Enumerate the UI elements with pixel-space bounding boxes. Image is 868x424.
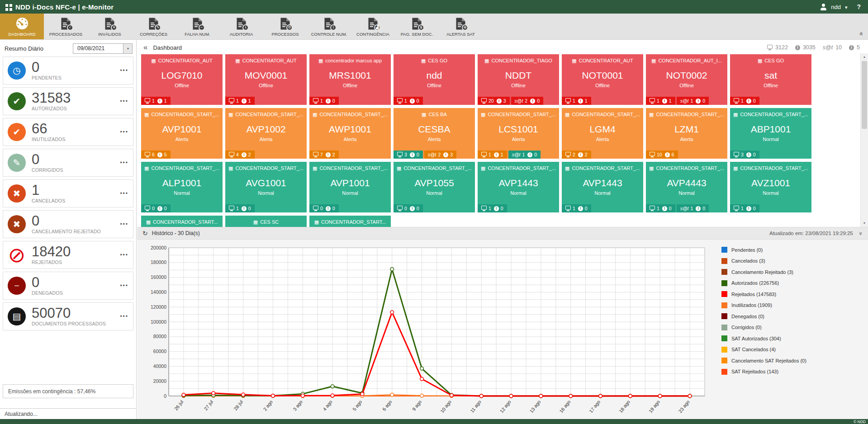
tile-group: CONCENTRADOR_START...	[309, 216, 391, 225]
concentrator-tile[interactable]: CONCENTRADOR_START_... AVP4443 Normal 1!…	[646, 162, 727, 212]
collapse-history-icon[interactable]	[858, 231, 864, 235]
concentrator-tile[interactable]: CONCENTRADOR_START_... AVP1443 Normal 1!…	[478, 162, 559, 212]
tile-code: AVP1001	[141, 124, 223, 135]
concentrator-tile[interactable]: CONCENTRADOR_START_... AVG1001 Normal 1!…	[225, 162, 307, 212]
concentrator-tile[interactable]: CONCENTRATOR_AUT LOG7010 Offline 1!1	[141, 54, 223, 105]
tile-badge: 1!0	[225, 204, 255, 212]
legend-item[interactable]: SAT Autorizados (304)	[721, 335, 806, 341]
tile-badge: 2!2	[562, 151, 591, 159]
toolbar-item[interactable]: i AUDITORIA	[219, 14, 263, 39]
legend-item[interactable]: Inutilizados (1909)	[721, 302, 806, 308]
refresh-icon[interactable]	[142, 230, 148, 237]
legend-swatch	[721, 313, 727, 319]
concentrator-tile[interactable]: concentrador marcus app MRS1001 Offline …	[309, 54, 391, 105]
card-menu-button[interactable]	[120, 67, 128, 74]
toolbar-item[interactable]: ⊘ ALERTAS SAT	[439, 14, 483, 39]
card-menu-button[interactable]	[120, 313, 128, 320]
help-icon[interactable]: ?	[857, 3, 861, 10]
scroll-up-icon[interactable]	[861, 53, 868, 61]
building-icon	[565, 112, 569, 117]
tiles-scrollbar[interactable]	[860, 53, 868, 227]
badge-count: 0	[537, 98, 540, 104]
toolbar-item[interactable]: $ PAG. SEM DOC.	[395, 14, 439, 39]
stat-text: 0 CORRIGIDOS	[32, 153, 63, 173]
toolbar-item[interactable]: − FALHA NUM.	[175, 14, 219, 39]
monitor-icon	[650, 98, 655, 102]
monitor-icon	[481, 152, 487, 156]
legend-item[interactable]: SAT Cancelados (4)	[721, 347, 806, 353]
legend-item[interactable]: Pendentes (0)	[721, 247, 806, 253]
scrollbar-thumb[interactable]	[862, 61, 867, 129]
concentrator-tile[interactable]: CONCENTRADOR_START...	[141, 216, 223, 227]
legend-item[interactable]: Autorizados (226756)	[721, 280, 806, 286]
card-menu-button[interactable]	[120, 252, 128, 258]
concentrator-tile[interactable]: CONCENTRADOR_START_... AWP1001 Alerta 7!…	[309, 108, 391, 159]
concentrator-tile[interactable]: CES SC	[225, 216, 307, 227]
legend-item[interactable]: Corrigidos (0)	[721, 325, 806, 330]
waffle-menu-icon[interactable]	[5, 4, 8, 7]
concentrator-tile[interactable]: CONCENTRADOR_START_... ALP1001 Normal 0!…	[141, 162, 223, 212]
concentrator-tile[interactable]: CONCENTRADOR_START...	[309, 216, 391, 227]
caret-down-icon[interactable]	[845, 4, 848, 10]
stat-text: 0 DENEGADOS	[32, 276, 63, 296]
concentrator-tile[interactable]: CONCENTRATOR_AUT MOV0001 Offline 1!1	[225, 54, 307, 105]
card-menu-button[interactable]	[120, 98, 128, 104]
concentrator-tile[interactable]: CONCENTRADOR_START_... ABP1001 Normal 3!…	[730, 108, 811, 159]
concentrator-tile[interactable]: CONCENTRADOR_START_... AVP1055 Normal 0!…	[394, 162, 475, 212]
tile-status: Normal	[730, 137, 811, 142]
date-value[interactable]: 09/08/2021	[73, 44, 123, 53]
stat-value: 66	[32, 122, 66, 136]
svg-text:26 jul: 26 jul	[173, 399, 185, 411]
collapse-toolbar-icon[interactable]	[858, 32, 865, 36]
toolbar-item[interactable]: ✓ PROCESSADOS	[44, 14, 88, 39]
tile-badge: s@t1!0	[508, 151, 541, 159]
doc-check-icon: ✓	[61, 17, 71, 30]
card-menu-button[interactable]	[120, 283, 128, 289]
collapse-sidebar-icon[interactable]	[143, 44, 147, 51]
scroll-down-icon[interactable]	[861, 220, 868, 227]
concentrator-tile[interactable]: CES GO sat Offline 1!0	[730, 54, 811, 105]
card-menu-button[interactable]	[120, 160, 128, 166]
summary-counters: 3122 ! 3035 s@t 10 ! 5	[767, 44, 862, 51]
toolbar-item[interactable]: ✕ INVÁLIDOS	[88, 14, 132, 39]
toolbar-item[interactable]: ⚙ PROCESSOS	[263, 14, 307, 39]
toolbar-item[interactable]: ▟ CONTINGÊNCIA	[351, 14, 395, 39]
tile-status: Normal	[478, 190, 559, 196]
concentrator-tile[interactable]: CONCENTRADOR_START_... LCS1001 Alerta 1!…	[478, 108, 559, 159]
concentrator-tile[interactable]: CONCENTRATOR_AUT NOT0001 Offline 1!1	[562, 54, 643, 105]
concentrator-tile[interactable]: CONCENTRADOR_START_... AVP1443 Normal 1!…	[562, 162, 643, 212]
tile-group: CONCENTRADOR_START_...	[646, 162, 727, 171]
legend-item[interactable]: Cancelados (3)	[721, 258, 806, 264]
chevron-down-icon[interactable]	[123, 44, 132, 53]
concentrator-tile[interactable]: CES BA CESBA Alerta 3!0s@t2!3	[394, 108, 475, 159]
concentrator-tile[interactable]: CONCENTRADOR_AUT_I... NOT0002 Offline 1!…	[646, 54, 727, 105]
tile-code: ALP1001	[141, 178, 223, 188]
date-picker[interactable]: 09/08/2021	[73, 43, 133, 54]
concentrator-tile[interactable]: CES GO ndd Offline 1!0	[394, 54, 475, 105]
building-icon	[318, 58, 323, 63]
concentrator-tile[interactable]: CONCENTRADOR_START_... LGM4 Alerta 2!2	[562, 108, 643, 159]
legend-item[interactable]: Cancelamento Rejeitado (3)	[721, 269, 806, 275]
toolbar-item[interactable]: ✎ CORREÇÕES	[132, 14, 175, 39]
concentrator-tile[interactable]: CONCENTRADOR_START_... AVP1001 Alerta 6!…	[141, 108, 223, 159]
tile-status: Normal	[225, 190, 307, 196]
concentrator-tile[interactable]: CONCENTRADOR_TIAGO NDDT Offline 20!3s@t2…	[478, 54, 559, 105]
concentrator-tile[interactable]: CONCENTRADOR_START_... AVP1001 Normal 0!…	[309, 162, 391, 212]
legend-item[interactable]: Rejeitados (147583)	[721, 291, 806, 297]
user-name[interactable]: ndd	[831, 4, 841, 10]
toolbar-item[interactable]: ! CONTROLE NUM.	[307, 14, 351, 39]
legend-item[interactable]: SAT Rejeitados (143)	[721, 369, 806, 375]
legend-item[interactable]: Denegados (0)	[721, 313, 806, 319]
badge-count: 0	[501, 206, 503, 211]
concentrator-tile[interactable]: CONCENTRADOR_START_... AVZ1001 Normal 1!…	[730, 162, 811, 212]
toolbar-item[interactable]: DASHBOARD	[0, 14, 44, 39]
card-menu-button[interactable]	[120, 190, 128, 197]
concentrator-tile[interactable]: CONCENTRADOR_START_... AVP1002 Alerta 4!…	[225, 108, 307, 159]
history-body: 0200004000060000800001000001200001400001…	[137, 240, 868, 419]
card-menu-button[interactable]	[120, 221, 128, 227]
concentrator-tile[interactable]: CONCENTRADOR_START_... LZM1 Alerta 10!6	[646, 108, 727, 159]
card-menu-button[interactable]	[120, 129, 128, 135]
sat-icon: s@t	[512, 152, 521, 157]
legend-item[interactable]: Cancelamento SAT Rejeitados (0)	[721, 358, 806, 363]
monitor-icon	[397, 98, 403, 102]
